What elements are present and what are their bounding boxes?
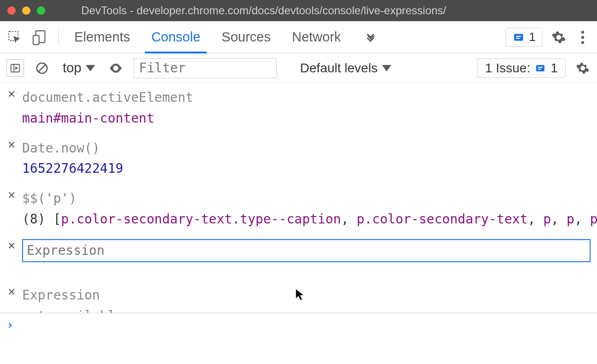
issues-count: 1 <box>529 30 536 44</box>
window-title: DevTools - developer.chrome.com/docs/dev… <box>81 4 446 17</box>
live-expression-button[interactable] <box>107 59 125 77</box>
fullscreen-window-button[interactable] <box>37 6 45 15</box>
minimize-window-button[interactable] <box>22 6 30 15</box>
svg-point-6 <box>581 35 584 38</box>
live-expressions-area: ✕ document.activeElement main#main-conte… <box>0 83 597 313</box>
tab-console[interactable]: Console <box>149 21 202 53</box>
expression-code[interactable]: $$('p') <box>22 188 597 209</box>
issues-icon <box>513 31 525 43</box>
chevron-down-icon <box>86 65 95 71</box>
settings-gear-icon[interactable] <box>551 29 567 45</box>
log-levels-selector[interactable]: Default levels <box>300 61 391 76</box>
more-menu-icon[interactable] <box>575 29 591 45</box>
traffic-lights <box>7 6 45 15</box>
expression-code[interactable]: document.activeElement <box>22 88 591 108</box>
live-expression-row: ✕ document.activeElement main#main-conte… <box>0 83 597 134</box>
expression-result[interactable]: main#main-content <box>22 108 591 129</box>
chevron-down-icon <box>382 65 391 71</box>
prompt-caret-icon: › <box>6 318 14 332</box>
toggle-sidebar-button[interactable] <box>6 59 24 77</box>
remove-expression-button[interactable]: ✕ <box>6 190 17 200</box>
clear-console-button[interactable] <box>33 59 51 77</box>
inspect-element-icon[interactable] <box>6 29 23 46</box>
window-titlebar: DevTools - developer.chrome.com/docs/dev… <box>0 0 597 21</box>
log-levels-label: Default levels <box>300 61 377 76</box>
separator <box>58 29 59 46</box>
live-expression-row: ✕ $$('p') (8) [p.color-secondary-text.ty… <box>0 184 597 235</box>
context-selector[interactable]: top <box>60 60 98 76</box>
remove-expression-button[interactable]: ✕ <box>6 89 17 100</box>
new-expression-input[interactable] <box>22 239 591 262</box>
svg-point-5 <box>581 30 584 33</box>
issues-badge[interactable]: 1 <box>506 28 543 47</box>
console-issue-button[interactable]: 1 Issue: 1 <box>477 59 566 78</box>
expression-result[interactable]: (8) [p.color-secondary-text.type--captio… <box>22 209 597 230</box>
remove-expression-button[interactable]: ✕ <box>6 241 17 251</box>
context-label: top <box>63 60 81 76</box>
expression-result[interactable]: 1652276422419 <box>22 159 591 179</box>
tab-network[interactable]: Network <box>290 21 343 53</box>
live-expression-row: ✕ <box>0 235 597 267</box>
expression-result: not available <box>22 306 591 313</box>
issue-label: 1 Issue: <box>485 61 530 76</box>
svg-point-7 <box>581 41 584 44</box>
issues-icon <box>535 63 546 74</box>
live-expression-row: ✕ Date.now() 1652276422419 <box>0 134 597 184</box>
remove-expression-button[interactable]: ✕ <box>6 140 17 150</box>
svg-point-10 <box>114 67 117 70</box>
console-settings-icon[interactable] <box>575 60 591 76</box>
tab-elements[interactable]: Elements <box>72 21 132 53</box>
remove-expression-button[interactable]: ✕ <box>6 287 17 297</box>
more-tabs-button[interactable] <box>360 29 381 46</box>
issue-count: 1 <box>550 61 558 76</box>
svg-point-12 <box>581 66 585 70</box>
expression-code[interactable]: Expression <box>22 285 591 306</box>
svg-rect-2 <box>33 35 39 44</box>
devtools-tabbar: Elements Console Sources Network 1 <box>0 21 597 53</box>
tab-sources[interactable]: Sources <box>220 21 272 53</box>
svg-rect-3 <box>514 34 523 41</box>
svg-point-4 <box>557 35 561 39</box>
console-toolbar: top Default levels 1 Issue: 1 <box>0 53 597 83</box>
device-toolbar-icon[interactable] <box>31 29 48 46</box>
expression-code[interactable]: Date.now() <box>22 138 591 159</box>
filter-input[interactable] <box>134 58 277 78</box>
close-window-button[interactable] <box>7 6 16 15</box>
svg-rect-11 <box>536 65 544 71</box>
live-expression-row: ✕ Expression not available <box>0 281 597 313</box>
console-prompt[interactable]: › <box>0 313 597 336</box>
